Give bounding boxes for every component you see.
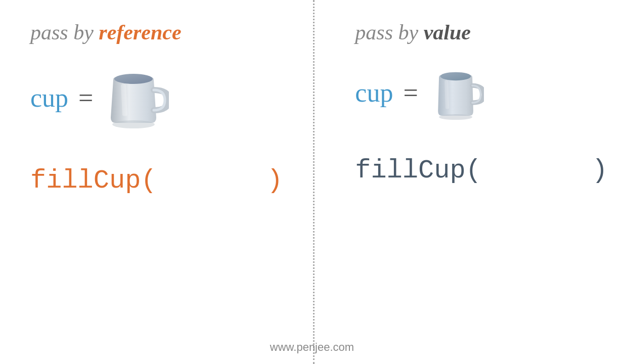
right-cup-label: cup bbox=[355, 78, 393, 108]
right-cup-row: cup = bbox=[355, 65, 483, 120]
left-fill-code: fillCup( ) bbox=[30, 166, 283, 196]
right-title-keyword: value bbox=[424, 21, 471, 44]
left-cup-icon bbox=[103, 65, 169, 130]
right-cup-icon bbox=[428, 65, 484, 120]
footer-url: www.penjee.com bbox=[270, 341, 354, 354]
page-wrapper: pass by reference cup = bbox=[0, 0, 624, 364]
svg-point-1 bbox=[112, 120, 155, 128]
right-title-pass: pass by bbox=[355, 21, 423, 44]
right-equals: = bbox=[403, 78, 418, 108]
left-cup-row: cup = bbox=[30, 65, 169, 130]
left-panel: pass by reference cup = bbox=[0, 0, 313, 364]
left-title: pass by reference bbox=[30, 20, 182, 44]
right-fill-code: fillCup( ) bbox=[355, 156, 607, 186]
left-title-pass: pass by bbox=[30, 21, 99, 44]
svg-point-2 bbox=[440, 72, 471, 81]
svg-point-0 bbox=[114, 74, 153, 84]
left-equals: = bbox=[78, 83, 93, 113]
right-title: pass by value bbox=[355, 20, 471, 44]
svg-point-3 bbox=[439, 114, 472, 120]
right-panel: pass by value cup = bbox=[315, 0, 624, 364]
left-cup-label: cup bbox=[30, 83, 68, 113]
left-title-keyword: reference bbox=[99, 21, 181, 44]
